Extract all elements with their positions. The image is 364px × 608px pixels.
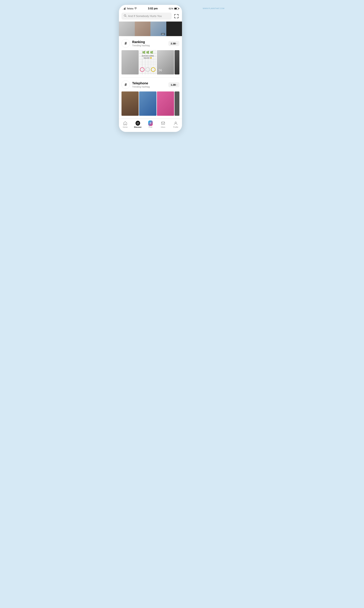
telephone-grid-img-2[interactable] <box>139 92 156 116</box>
ranking-grid-img-4[interactable] <box>175 50 179 74</box>
scan-button[interactable] <box>173 13 179 19</box>
footer-text: WWW.PLANNTHAT.COM <box>182 5 245 10</box>
telephone-titles: Telephone Trending hashtag <box>132 81 150 88</box>
grid-img-text: 36 <box>157 50 174 74</box>
telephone-grid <box>121 92 179 116</box>
profile-icon <box>173 121 178 125</box>
post-icon: + <box>148 121 153 125</box>
nav-discover-label: Discover <box>134 126 142 128</box>
nav-home-label: Home <box>123 126 128 128</box>
telephone-subtitle: Trending hashtag <box>132 85 150 88</box>
chevron-right-icon-2: › <box>177 83 177 86</box>
status-right: 61% <box>169 7 178 10</box>
search-container: And If Somebody Hurts You <box>119 11 182 22</box>
signal-bars <box>122 7 125 10</box>
home-icon <box>123 121 128 125</box>
inbox-icon <box>161 121 165 125</box>
top-img-4[interactable] <box>166 22 182 36</box>
top-img-2[interactable] <box>135 22 151 36</box>
svg-rect-5 <box>178 14 178 16</box>
nav-profile-label: Profile <box>173 126 178 128</box>
battery-icon <box>174 8 178 10</box>
wifi-icon <box>134 7 137 10</box>
telephone-grid-img-4[interactable] <box>175 92 179 116</box>
svg-rect-4 <box>177 14 178 14</box>
ranking-grid: 🌿🌿🌿 And retro smilesbracelet 🙂 <box>121 50 179 74</box>
telephone-grid-img-1[interactable] <box>121 92 139 116</box>
svg-rect-7 <box>174 17 175 18</box>
status-left: Telstra <box>122 7 137 10</box>
status-bar: Telstra 3:02 pm 61% <box>119 5 182 11</box>
discover-icon <box>136 121 140 125</box>
telephone-count[interactable]: 1.2B › <box>169 82 179 87</box>
footer: WWW.PLANNTHAT.COM <box>182 5 245 10</box>
top-img-3[interactable]: age <box>150 22 166 36</box>
battery-percent: 61% <box>169 7 173 10</box>
ranking-left: # Ranking Trending hashtag <box>121 39 150 48</box>
telephone-header: # Telephone Trending hashtag 1.2B › <box>121 80 179 89</box>
chevron-right-icon: › <box>177 42 177 45</box>
svg-point-12 <box>175 122 177 123</box>
svg-rect-9 <box>178 17 178 18</box>
time: 3:02 pm <box>148 7 157 10</box>
nav-discover[interactable]: Discover <box>131 120 144 129</box>
svg-rect-8 <box>177 18 178 18</box>
svg-line-1 <box>126 16 127 17</box>
nav-home[interactable]: Home <box>119 120 131 129</box>
nav-inbox-label: Inbox <box>161 126 165 128</box>
telephone-left: # Telephone Trending hashtag <box>121 80 150 89</box>
ranking-grid-img-1[interactable] <box>121 50 139 74</box>
ranking-grid-img-3[interactable]: 36 <box>157 50 174 74</box>
search-placeholder: And If Somebody Hurts You <box>128 14 162 18</box>
section-telephone: # Telephone Trending hashtag 1.2B › <box>119 78 182 116</box>
top-images-strip: age <box>119 22 182 36</box>
ranking-header: # Ranking Trending hashtag 2.3B › <box>121 39 179 48</box>
hashtag-icon-ranking: # <box>121 39 130 48</box>
nav-post-label: Post <box>149 126 152 128</box>
ranking-count[interactable]: 2.3B › <box>169 41 179 46</box>
nav-profile[interactable]: Profile <box>169 120 182 129</box>
ranking-subtitle: Trending hashtag <box>132 44 150 47</box>
nav-inbox[interactable]: Inbox <box>157 120 169 129</box>
carrier: Telstra <box>127 7 133 10</box>
nav-post[interactable]: + Post <box>144 120 157 129</box>
ranking-title: Ranking <box>132 40 150 44</box>
search-bar[interactable]: And If Somebody Hurts You <box>121 13 172 20</box>
svg-rect-11 <box>161 122 165 124</box>
bottom-nav: Home Discover + Post <box>119 119 182 132</box>
top-img-1[interactable] <box>119 22 135 36</box>
telephone-grid-img-3[interactable] <box>157 92 174 116</box>
section-ranking: # Ranking Trending hashtag 2.3B › <box>119 36 182 74</box>
ranking-grid-img-2[interactable]: 🌿🌿🌿 And retro smilesbracelet 🙂 <box>139 50 156 74</box>
svg-rect-3 <box>174 14 175 16</box>
telephone-title: Telephone <box>132 81 150 85</box>
search-icon <box>124 14 127 18</box>
phone-frame: Telstra 3:02 pm 61% <box>119 5 182 132</box>
hashtag-icon-telephone: # <box>121 80 130 89</box>
ranking-titles: Ranking Trending hashtag <box>132 40 150 47</box>
